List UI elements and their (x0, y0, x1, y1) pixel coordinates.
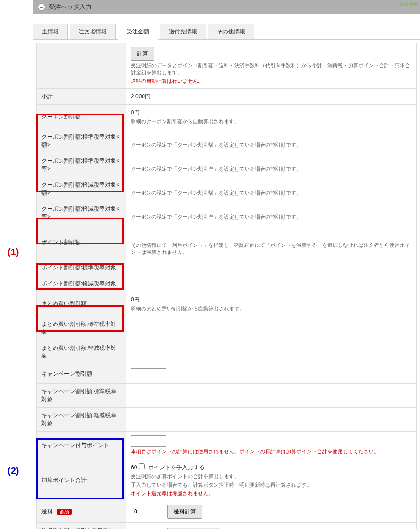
section-header: − 受注ヘッダ入力 (33, 0, 420, 14)
coupon-red-amt-label: クーポン割引額:軽減税率対象<額> (37, 177, 126, 201)
campaign-std-label: キャンペーン割引額:標準税率対象 (37, 384, 126, 408)
point-discount-input[interactable] (131, 229, 166, 240)
bulk-value: 0円 (131, 296, 412, 304)
coupon-std-amt-note: クーポンの設定で「クーポン割引額」を設定している場合の割引額です。 (131, 142, 412, 149)
bulk-std-label: まとめ買い割引額:標準税率対象 (37, 316, 126, 340)
annotation-2: (2) (8, 466, 19, 476)
tab-main[interactable]: 主情報 (33, 24, 68, 39)
point-discount-label: ポイント割引額 (37, 225, 126, 260)
tabs: 主情報 注文者情報 受注金額 送付先情報 その他情報 (33, 24, 420, 40)
campaign-red-label: キャンペーン割引額:軽減税率対象 (37, 408, 126, 432)
tab-delivery[interactable]: 送付先情報 (160, 24, 206, 39)
coupon-std-rate-note: クーポンの設定で「クーポン割引率」を設定している場合の割引額です。 (131, 166, 412, 173)
coupon-value: 0円 (131, 109, 412, 117)
add-point-check-label: ポイントを手入力する (148, 464, 205, 471)
campaign-label: キャンペーン割引額 (37, 364, 126, 384)
bulk-red-label: まとめ買い割引額:軽減税率対象 (37, 340, 126, 364)
coupon-note: 明細のクーポン割引額から自動算出されます。 (131, 118, 412, 125)
subtotal-label: 小計 (37, 89, 126, 105)
point-red-label: ポイント割引額:軽減税率対象 (37, 276, 126, 292)
coupon-red-rate-note: クーポンの設定で「クーポン割引率」を設定している場合の割引額です。 (131, 213, 412, 221)
shipping-calc-button[interactable]: 送料計算 (167, 505, 202, 519)
tab-orderer[interactable]: 注文者情報 (70, 24, 116, 39)
add-point-note3: ポイント還元率は考慮されません。 (131, 490, 412, 497)
add-point-checkbox[interactable] (139, 463, 145, 469)
required-badge: 必須 (57, 509, 72, 515)
point-discount-note: その他情報にて「利用ポイント」を指定し、確認画面にて「ポイントを減算する」を選択… (131, 242, 412, 256)
campaign-point-note: 本項目はポイントの計算には使用されません。ポイントの再計算は加算ポイント合計を使… (131, 448, 412, 455)
coupon-std-amt-label: クーポン割引額:標準税率対象<額> (37, 129, 126, 153)
subtotal-value: 2,000円 (126, 89, 417, 105)
add-point-value: 60 (131, 464, 137, 471)
campaign-point-input[interactable] (131, 435, 166, 447)
collapse-icon[interactable]: − (38, 3, 45, 11)
coupon-label: クーポン割引額 (37, 105, 126, 129)
coupon-red-rate-label: クーポン割引額:軽減税率対象<率> (37, 201, 126, 225)
calc-label (37, 43, 126, 89)
shipping-label: 送料 (41, 508, 53, 515)
add-point-note2: 手入力している場合でも、計算ボタン押下時・明細更新時は再計算されます。 (131, 482, 412, 489)
bulk-label: まとめ買い割引額 (37, 292, 126, 316)
calc-note1: 受注明細のデータとポイント割引額・送料・決済手数料（代引き手数料）から小計・消費… (131, 62, 412, 76)
coupon-std-rate-label: クーポン割引額:標準税率対象<率> (37, 153, 126, 177)
section-title: 受注ヘッダ入力 (49, 3, 92, 11)
calc-button[interactable]: 計算 (131, 47, 154, 61)
add-point-label: 加算ポイント合計 (37, 459, 126, 501)
shipping-input[interactable] (131, 506, 166, 517)
add-point-note1: 受注明細の加算ポイントの合計を算出します。 (131, 473, 412, 480)
top-right-text: 必須項目 (399, 1, 418, 8)
calc-note2: 送料の自動計算は行いません。 (131, 78, 412, 85)
campaign-input[interactable] (131, 368, 166, 379)
fee-label: 決済手数料（代引き手数料） (41, 527, 115, 529)
annotation-1: (1) (8, 247, 19, 258)
campaign-point-label: キャンペーン付与ポイント (37, 432, 126, 459)
tab-amount[interactable]: 受注金額 (118, 24, 158, 39)
fee-calc-button[interactable]: 決済手数料計算 (167, 528, 219, 529)
bulk-note: 明細のまとめ買い割引額から自動算出されます。 (131, 305, 412, 312)
point-std-label: ポイント割引額:標準税率対象 (37, 260, 126, 276)
tab-other[interactable]: その他情報 (208, 24, 254, 39)
coupon-red-amt-note: クーポンの設定で「クーポン割引額」を設定している場合の割引額です。 (131, 189, 412, 197)
